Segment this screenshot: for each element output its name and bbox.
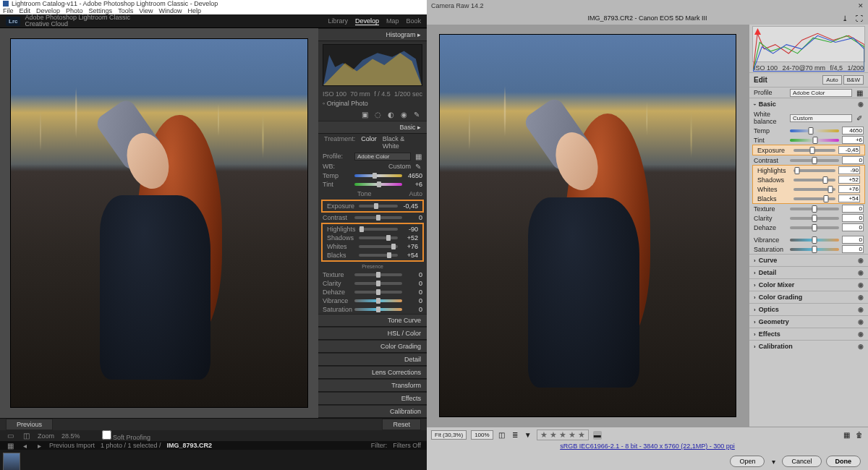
cr-texture-slider[interactable]: Texture — [749, 204, 868, 213]
cr-section-detail[interactable]: ›Detail◉ — [749, 266, 868, 278]
auto-button[interactable]: Auto — [822, 75, 841, 85]
compare-icon[interactable]: ◫ — [22, 432, 30, 440]
temp-slider[interactable]: Temp4650 — [318, 171, 427, 180]
eye-icon[interactable]: ◉ — [858, 101, 864, 108]
chevron-down-icon[interactable]: ▾ — [769, 457, 778, 466]
thumbnail[interactable] — [3, 453, 20, 470]
rating-stars[interactable]: ★ ★ ★ ★ ★ — [537, 430, 589, 440]
cr-section-calibration[interactable]: ›Calibration◉ — [749, 340, 868, 352]
treatment-color[interactable]: Color — [361, 135, 377, 150]
grid-icon[interactable]: ▦ — [842, 431, 851, 440]
highlights-slider[interactable]: Highlights-90 — [323, 225, 422, 234]
cr-contrast-slider[interactable]: Contrast — [749, 155, 868, 165]
cr-basic-header[interactable]: ›Basic◉ — [749, 98, 868, 110]
filmstrip[interactable] — [0, 450, 427, 470]
cr-section-colorgrading[interactable]: ›Color Grading◉ — [749, 291, 868, 303]
wb-row[interactable]: WB:Custom✎ — [318, 161, 427, 171]
menu-view[interactable]: View — [139, 7, 153, 14]
trash-icon[interactable]: 🗑 — [855, 431, 864, 440]
eye-icon[interactable]: ◉ — [858, 257, 864, 264]
nav-next-icon[interactable]: ▸ — [35, 441, 43, 450]
hundred-button[interactable]: 100% — [471, 430, 493, 440]
compare-icon[interactable]: ◫ — [498, 431, 506, 440]
panel-detail[interactable]: Detail — [318, 353, 427, 366]
eyedropper-icon[interactable]: ✐ — [855, 114, 864, 122]
fullscreen-icon[interactable]: ⛶ — [855, 14, 864, 22]
tool-strip[interactable]: ▣◌◐◉✎ — [318, 108, 427, 121]
vibrance-slider[interactable]: Vibrance0 — [318, 296, 427, 305]
cr-tint-slider[interactable]: Tint — [749, 135, 868, 145]
redeye-icon[interactable]: ◉ — [399, 110, 408, 119]
bw-button[interactable]: B&W — [843, 75, 864, 85]
tint-slider[interactable]: Tint+6 — [318, 180, 427, 189]
grid-icon[interactable]: ▦ — [855, 88, 864, 97]
panel-lens[interactable]: Lens Corrections — [318, 366, 427, 379]
panel-colorgrading[interactable]: Color Grading — [318, 340, 427, 353]
open-button[interactable]: Open — [730, 456, 765, 467]
cr-section-curve[interactable]: ›Curve◉ — [749, 254, 868, 266]
filmstrip-icon[interactable]: ≣ — [511, 431, 519, 440]
cr-profile-row[interactable]: ProfileAdobe Color▦ — [749, 87, 868, 98]
mask-icon[interactable]: ◐ — [386, 110, 395, 119]
cr-section-colormixer[interactable]: ›Color Mixer◉ — [749, 278, 868, 291]
module-map[interactable]: Map — [386, 17, 399, 25]
basic-header[interactable]: Basic ▸ — [318, 121, 427, 134]
filter-icon[interactable]: ▼ — [524, 431, 532, 440]
nav-prev-icon[interactable]: ◂ — [20, 441, 29, 450]
whites-slider[interactable]: Whites+76 — [323, 242, 422, 251]
contrast-slider[interactable]: Contrast0 — [318, 213, 427, 222]
reset-button[interactable]: Reset — [382, 419, 421, 430]
cr-clarity-slider[interactable]: Clarity — [749, 213, 868, 223]
export-icon[interactable]: ⤓ — [841, 14, 849, 22]
loupe-icon[interactable]: ▭ — [6, 432, 14, 440]
preview-area[interactable] — [0, 28, 318, 418]
grid-icon[interactable]: ▦ — [6, 441, 14, 450]
cr-preview-area[interactable] — [427, 25, 749, 427]
label-icon[interactable]: ▬ — [593, 431, 602, 440]
panel-effects[interactable]: Effects — [318, 392, 427, 405]
grid-icon[interactable]: ▦ — [414, 152, 422, 161]
histogram-header[interactable]: Histogram ▸ — [318, 28, 427, 41]
cr-temp-slider[interactable]: Temp — [749, 126, 868, 135]
cr-shadows-slider[interactable]: Shadows — [753, 175, 864, 184]
treatment-bw[interactable]: Black & White — [383, 135, 421, 150]
cr-dehaze-slider[interactable]: Dehaze — [749, 223, 868, 232]
exposure-slider[interactable]: Exposure-0,45 — [323, 202, 422, 210]
cr-wb-row[interactable]: White balanceCustom✐ — [749, 110, 868, 126]
previous-button[interactable]: Previous — [6, 419, 53, 430]
menu-window[interactable]: Window — [159, 7, 182, 14]
crop-icon[interactable]: ▣ — [360, 110, 369, 119]
cr-section-effects[interactable]: ›Effects◉ — [749, 328, 868, 340]
cr-exposure-slider[interactable]: Exposure — [753, 145, 864, 155]
eyedropper-icon[interactable]: ✎ — [414, 162, 422, 171]
cancel-button[interactable]: Cancel — [782, 456, 821, 467]
panel-calibration[interactable]: Calibration — [318, 405, 427, 418]
done-button[interactable]: Done — [826, 456, 861, 467]
cr-section-optics[interactable]: ›Optics◉ — [749, 303, 868, 315]
auto-tone[interactable]: Auto — [409, 190, 422, 197]
shadows-slider[interactable]: Shadows+52 — [323, 234, 422, 242]
dehaze-slider[interactable]: Dehaze0 — [318, 288, 427, 296]
profile-row[interactable]: Profile:Adobe Color▦ — [318, 151, 427, 161]
panel-hsl[interactable]: HSL / Color — [318, 327, 427, 340]
cr-saturation-slider[interactable]: Saturation — [749, 244, 868, 254]
panel-tonecurve[interactable]: Tone Curve — [318, 314, 427, 327]
brush-icon[interactable]: ✎ — [412, 110, 421, 119]
clarity-slider[interactable]: Clarity0 — [318, 279, 427, 288]
menu-file[interactable]: File — [3, 7, 14, 14]
cr-highlights-slider[interactable]: Highlights — [753, 166, 864, 175]
texture-slider[interactable]: Texture0 — [318, 270, 427, 279]
saturation-slider[interactable]: Saturation0 — [318, 305, 427, 314]
cr-section-geometry[interactable]: ›Geometry◉ — [749, 315, 868, 328]
cr-footer-link[interactable]: sRGB IEC61966-2.1 - 8 bit - 3840 x 5760 … — [427, 443, 868, 453]
panel-transform[interactable]: Transform — [318, 379, 427, 392]
softproof-toggle[interactable] — [102, 430, 111, 440]
heal-icon[interactable]: ◌ — [373, 110, 382, 119]
cr-blacks-slider[interactable]: Blacks — [753, 194, 864, 203]
cr-whites-slider[interactable]: Whites — [753, 184, 864, 194]
module-develop[interactable]: Develop — [355, 17, 379, 25]
blacks-slider[interactable]: Blacks+54 — [323, 251, 422, 260]
module-picker[interactable]: Library Develop Map Book — [328, 17, 421, 25]
module-library[interactable]: Library — [328, 17, 348, 25]
close-icon[interactable]: ✕ — [858, 2, 864, 9]
